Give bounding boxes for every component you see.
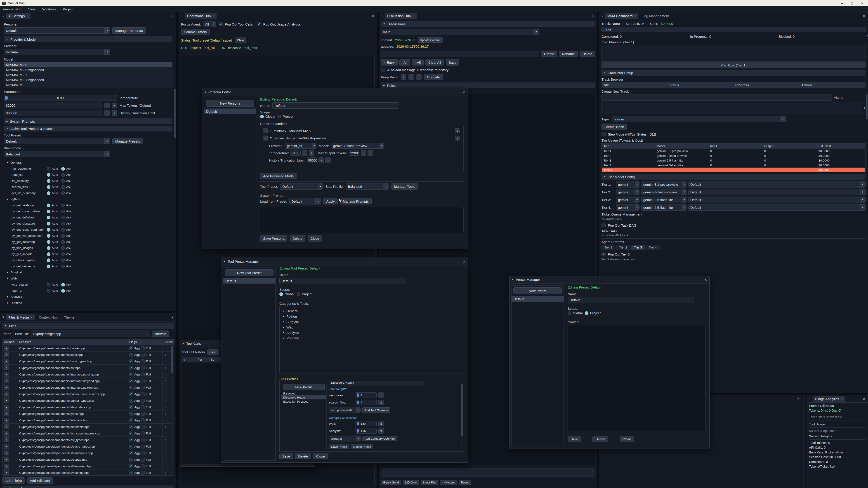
save-preset-button[interactable]: Save: [567, 436, 581, 442]
tab-close-icon[interactable]: ×: [203, 342, 205, 345]
multiplier-value-drag[interactable]: 1.3x: [355, 428, 377, 433]
tool-group-header[interactable]: ▼ General: [4, 160, 173, 166]
full-checkbox[interactable]: [141, 418, 145, 422]
ask-radio[interactable]: [61, 246, 65, 250]
focus-agent-dropdown[interactable]: All ▼: [203, 22, 216, 27]
full-checkbox[interactable]: [141, 372, 145, 377]
tool-group-header[interactable]: ▼ Analysis: [4, 294, 173, 300]
auto-radio[interactable]: [47, 167, 51, 170]
category-item[interactable]: ▶ Surgical: [280, 319, 464, 324]
plan-epic-button[interactable]: Plan Epic (Tier 1): [601, 62, 866, 68]
agg-checkbox[interactable]: ✓: [129, 451, 133, 455]
history-increment-button[interactable]: +: [112, 110, 117, 116]
temperature-input[interactable]: -0.0: [290, 150, 301, 156]
discussions-header[interactable]: ▼ Discussions: [381, 21, 595, 27]
ask-radio[interactable]: [61, 252, 65, 256]
entry-button[interactable]: +All: [412, 59, 424, 66]
apply-button[interactable]: Apply: [323, 198, 338, 204]
auto-radio[interactable]: [47, 216, 51, 219]
panel-close-icon[interactable]: ✕: [372, 14, 375, 18]
tier-preset-dropdown[interactable]: Default ▼: [688, 189, 866, 195]
remove-file-button[interactable]: x: [4, 418, 9, 423]
weight-value-drag[interactable]: 4: [355, 392, 377, 398]
ask-radio[interactable]: [61, 228, 65, 232]
tab-usage-analytics[interactable]: Usage Analytics ×: [813, 396, 845, 402]
scope-global-radio[interactable]: [567, 311, 571, 315]
auto-radio[interactable]: [47, 289, 51, 293]
auto-radio[interactable]: [47, 185, 51, 189]
tab-comms-history[interactable]: Comms History: [181, 29, 210, 35]
tier-provider-dropdown[interactable]: gemini ▼: [616, 189, 640, 195]
category-override-dropdown[interactable]: General ▼: [329, 435, 361, 442]
agg-checkbox[interactable]: ✓: [129, 392, 133, 396]
delete-profile-button[interactable]: Delete Profile: [351, 444, 373, 449]
manage-presets-button[interactable]: Manage Presets: [112, 138, 143, 144]
remove-file-button[interactable]: x: [4, 365, 9, 370]
clear-status-button[interactable]: Clear: [235, 37, 246, 43]
remove-model-button[interactable]: x: [455, 128, 460, 133]
stream-tab[interactable]: Tier 2: [616, 245, 630, 250]
dock-menu-icon[interactable]: ▼: [2, 316, 4, 319]
tab-close-icon[interactable]: ×: [412, 14, 414, 18]
full-checkbox[interactable]: [141, 471, 145, 475]
agg-checkbox[interactable]: ✓: [129, 471, 133, 475]
scrollbar-thumb[interactable]: [171, 346, 173, 373]
scope-project-radio[interactable]: [297, 292, 300, 296]
auto-radio[interactable]: [47, 240, 51, 244]
persona-name-input[interactable]: Default: [272, 102, 399, 109]
bias-profile-item[interactable]: Balanced: [281, 391, 327, 395]
keep-pairs-value[interactable]: 2: [401, 74, 406, 80]
full-checkbox[interactable]: [141, 386, 145, 390]
screenshots-header[interactable]: ▶ Screenshots: [2, 486, 174, 488]
category-item[interactable]: ▶ Python: [280, 314, 464, 319]
auto-radio[interactable]: [47, 228, 51, 232]
scrollbar-thumb[interactable]: [866, 94, 868, 119]
remove-weight-button[interactable]: x: [378, 392, 384, 398]
pm-provider-dropdown[interactable]: gemini_cli ▼: [285, 143, 316, 149]
temperature-increment-button[interactable]: +: [309, 150, 314, 156]
remove-file-button[interactable]: x: [4, 346, 9, 351]
max-tokens-input[interactable]: 32000: [4, 102, 102, 108]
agg-checkbox[interactable]: ✓: [129, 399, 133, 402]
remove-file-button[interactable]: x: [4, 431, 9, 436]
panel-close-icon[interactable]: ✕: [863, 14, 866, 18]
agg-checkbox[interactable]: ✓: [129, 412, 133, 416]
history-increment-button[interactable]: +: [325, 158, 331, 163]
agg-checkbox[interactable]: ✓: [129, 418, 133, 422]
discussion-dropdown[interactable]: main ▼: [381, 29, 539, 35]
bias-profile-item[interactable]: Execution-Focused: [281, 399, 327, 403]
model-option[interactable]: MiniMax-M2.1-highspeed: [4, 77, 172, 82]
history-decrement-button[interactable]: -: [318, 158, 324, 163]
preset-name-input[interactable]: Default: [567, 297, 694, 303]
bias-profile-item[interactable]: Discovery-Heavy: [281, 395, 327, 399]
minimize-icon[interactable]: –: [841, 2, 843, 5]
system-prompts-header[interactable]: ▶ System Prompts: [4, 119, 173, 124]
composer-button[interactable]: Inject File: [421, 480, 438, 485]
agg-checkbox[interactable]: ✓: [129, 353, 133, 357]
ask-radio[interactable]: [61, 222, 65, 225]
tab-close-icon[interactable]: ×: [213, 14, 214, 18]
ask-radio[interactable]: [61, 265, 65, 268]
tier-provider-dropdown[interactable]: gemini ▼: [616, 204, 640, 210]
agg-checkbox[interactable]: ✓: [129, 438, 133, 442]
remove-file-button[interactable]: x: [4, 444, 9, 449]
add-files-button[interactable]: Add File(s): [2, 477, 25, 484]
system-prompt-textarea[interactable]: [260, 207, 464, 233]
auto-radio[interactable]: [47, 234, 51, 238]
full-checkbox[interactable]: [141, 458, 145, 462]
close-icon[interactable]: ✕: [861, 2, 864, 5]
tab-mma-dashboard[interactable]: MMA Dashboard ×: [605, 13, 638, 19]
tool-group-header[interactable]: ▼ Web: [4, 275, 173, 282]
entry-button[interactable]: Clear All: [426, 59, 444, 66]
tool-group-header[interactable]: ▼ Runtime: [4, 300, 173, 306]
discussion-name-input[interactable]: [381, 51, 539, 57]
new-preset-button[interactable]: New Preset: [513, 287, 562, 294]
dock-menu-icon[interactable]: ▼: [381, 15, 383, 17]
truncate-button[interactable]: Truncate: [424, 74, 443, 80]
dock-menu-icon[interactable]: ▼: [601, 15, 603, 17]
tool-group-header[interactable]: ▼ Surgical: [4, 269, 173, 275]
auto-radio[interactable]: [47, 203, 51, 207]
remove-file-button[interactable]: x: [4, 379, 9, 383]
composer-button[interactable]: -> History: [440, 480, 457, 485]
agg-checkbox[interactable]: ✓: [129, 445, 133, 449]
